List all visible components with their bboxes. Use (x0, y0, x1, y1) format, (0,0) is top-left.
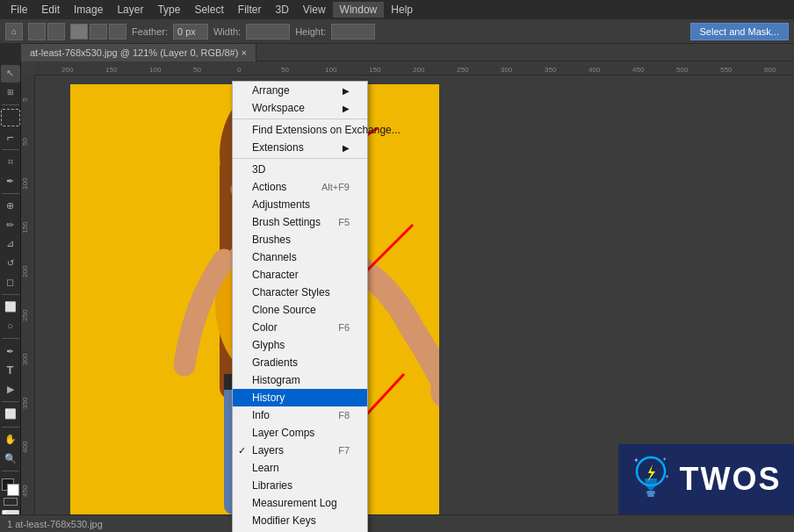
eraser-tool[interactable]: ◻ (1, 273, 20, 291)
width-input[interactable] (246, 24, 290, 40)
menu-item-brushes[interactable]: Brushes (233, 231, 367, 248)
menu-item-brush-settings[interactable]: Brush Settings F5 (233, 213, 367, 231)
clone-stamp-tool[interactable]: ⊿ (1, 235, 20, 253)
svg-text:450: 450 (632, 66, 645, 74)
menu-window[interactable]: Window (333, 2, 385, 18)
menu-bar: File Edit Image Layer Type Select Filter… (0, 0, 794, 19)
feather-label: Feather: (132, 26, 168, 37)
menu-item-glyphs[interactable]: Glyphs (233, 336, 367, 354)
menu-item-color[interactable]: Color F6 (233, 319, 367, 336)
menu-item-workspace[interactable]: Workspace ▶ (233, 99, 367, 117)
status-bar: 1 at-least-768x530.jpg (0, 514, 794, 532)
menu-item-extensions-exchange[interactable]: Find Extensions on Exchange... (233, 121, 367, 139)
svg-rect-49 (647, 494, 654, 497)
menu-item-info[interactable]: Info F8 (233, 406, 367, 424)
artboard-tool[interactable]: ⊞ (1, 84, 20, 102)
ellipse-tool-icon[interactable] (90, 24, 107, 40)
select-mask-button[interactable]: Select and Mask... (690, 23, 790, 40)
menu-item-layer-comps[interactable]: Layer Comps (233, 424, 367, 442)
path-select-tool[interactable]: ▶ (1, 381, 20, 399)
svg-rect-48 (646, 491, 655, 494)
layers-checkmark: ✓ (238, 445, 246, 457)
tab-bar: at-least-768x530.jpg @ 121% (Layer 0, RG… (0, 44, 794, 61)
feather-input[interactable] (173, 24, 208, 40)
svg-text:50: 50 (21, 138, 29, 146)
toolbar-divider-7 (2, 427, 19, 428)
options-bar: ⌂ Feather: Width: Height: Select and Mas… (0, 19, 794, 44)
menu-file[interactable]: File (4, 2, 34, 18)
menu-layer[interactable]: Layer (110, 2, 150, 18)
svg-text:500: 500 (676, 66, 689, 74)
open-icon[interactable] (47, 23, 65, 40)
canvas-area: 200 150 100 50 0 50 100 150 200 250 300 … (21, 61, 794, 532)
svg-text:0: 0 (237, 66, 242, 74)
menu-item-actions[interactable]: Actions Alt+F9 (233, 178, 367, 196)
gradient-tool[interactable]: ⬜ (1, 298, 20, 316)
dodge-tool[interactable]: ○ (1, 318, 20, 335)
menu-item-history[interactable]: History (233, 389, 367, 406)
left-toolbar: ↖ ⊞ ⌐ ⌗ ✒ ⊕ ✏ ⊿ ↺ ◻ ⬜ ○ ✒ T ▶ ⬜ ✋ 🔍 ⬜ (0, 61, 21, 532)
menu-item-gradients[interactable]: Gradients (233, 354, 367, 371)
svg-text:50: 50 (193, 66, 201, 74)
menu-item-histogram[interactable]: Histogram (233, 371, 367, 389)
svg-text:400: 400 (21, 441, 29, 453)
menu-item-channels[interactable]: Channels (233, 248, 367, 266)
pen-tool[interactable]: ✒ (1, 342, 20, 360)
menu-item-modifier-keys[interactable]: Modifier Keys (233, 512, 367, 529)
svg-text:400: 400 (588, 66, 601, 74)
svg-text:✦: ✦ (665, 474, 669, 479)
eyedropper-tool[interactable]: ✒ (1, 172, 20, 190)
main-area: ↖ ⊞ ⌐ ⌗ ✒ ⊕ ✏ ⊿ ↺ ◻ ⬜ ○ ✒ T ▶ ⬜ ✋ 🔍 ⬜ (0, 61, 794, 532)
status-info: 1 at-least-768x530.jpg (7, 519, 103, 529)
menu-item-clone-source[interactable]: Clone Source (233, 301, 367, 319)
menu-view[interactable]: View (296, 2, 333, 18)
menu-item-extensions[interactable]: Extensions ▶ (233, 139, 367, 156)
menu-filter[interactable]: Filter (231, 2, 269, 18)
menu-item-measurement-log[interactable]: Measurement Log (233, 494, 367, 512)
menu-item-learn[interactable]: Learn (233, 459, 367, 477)
foreground-color[interactable] (2, 478, 19, 494)
spot-heal-tool[interactable]: ⊕ (1, 198, 20, 215)
svg-text:150: 150 (369, 66, 381, 74)
type-tool[interactable]: T (1, 362, 20, 379)
history-brush-tool[interactable]: ↺ (1, 255, 20, 272)
rect-shape-tool[interactable]: ⬜ (1, 406, 20, 423)
svg-text:600: 600 (764, 66, 776, 74)
marquee-tool[interactable] (1, 109, 20, 126)
svg-text:100: 100 (325, 66, 337, 74)
rect-tool-icon[interactable] (70, 24, 88, 40)
menu-3d[interactable]: 3D (268, 2, 295, 18)
menu-item-3d[interactable]: 3D (233, 161, 367, 178)
svg-text:300: 300 (501, 66, 513, 74)
svg-text:200: 200 (61, 66, 74, 74)
toolbar-divider-3 (2, 193, 19, 194)
brush-tool[interactable]: ✏ (1, 216, 20, 234)
lasso-tool-icon[interactable] (109, 24, 126, 40)
tool-home-icon[interactable]: ⌂ (5, 23, 23, 40)
svg-text:350: 350 (545, 66, 557, 74)
new-doc-icon[interactable] (28, 23, 46, 40)
menu-item-libraries[interactable]: Libraries (233, 477, 367, 494)
ruler-horizontal: 200 150 100 50 0 50 100 150 200 250 300 … (35, 61, 794, 75)
image-tab[interactable]: at-least-768x530.jpg @ 121% (Layer 0, RG… (21, 44, 256, 61)
menu-item-character-styles[interactable]: Character Styles (233, 284, 367, 301)
menu-image[interactable]: Image (67, 2, 110, 18)
zoom-tool[interactable]: 🔍 (1, 449, 20, 467)
quick-mask-btn[interactable] (4, 498, 18, 506)
hand-tool[interactable]: ✋ (1, 431, 20, 449)
menu-type[interactable]: Type (150, 2, 187, 18)
menu-divider-1 (233, 119, 367, 119)
crop-tool[interactable]: ⌗ (1, 154, 20, 171)
menu-item-character[interactable]: Character (233, 266, 367, 284)
menu-item-adjustments[interactable]: Adjustments (233, 196, 367, 213)
height-input[interactable] (331, 24, 375, 40)
menu-item-arrange[interactable]: Arrange ▶ (233, 82, 367, 99)
move-tool[interactable]: ↖ (1, 65, 20, 83)
logo-text: TWOS (680, 461, 782, 498)
menu-item-layers[interactable]: ✓ Layers F7 (233, 442, 367, 459)
toolbar-divider-5 (2, 338, 19, 339)
lasso-tool[interactable]: ⌐ (1, 128, 20, 146)
menu-help[interactable]: Help (384, 2, 420, 18)
menu-select[interactable]: Select (187, 2, 230, 18)
menu-edit[interactable]: Edit (34, 2, 67, 18)
